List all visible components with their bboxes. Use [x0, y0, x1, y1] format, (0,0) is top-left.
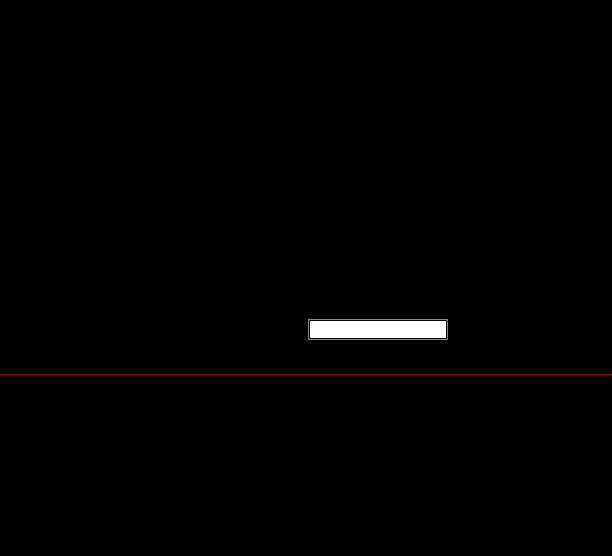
chart-canvas[interactable]	[0, 0, 612, 556]
buy-signal-tooltip	[309, 320, 447, 339]
stock-chart-window	[0, 0, 612, 556]
indicator-value-row[interactable]	[0, 375, 612, 394]
